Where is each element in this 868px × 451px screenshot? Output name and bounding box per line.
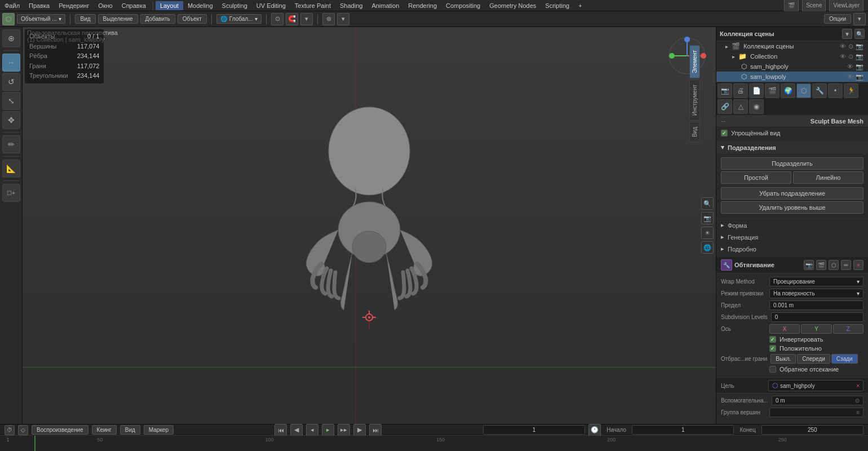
simple-btn[interactable]: Простой — [721, 171, 791, 184]
3d-viewport[interactable]: Пользовательская перспектива (1) Collect… — [23, 27, 716, 424]
shrinkwrap-edit-icon[interactable]: ✏ — [841, 260, 851, 270]
details-section-toggle[interactable]: ▸ Подробно — [716, 243, 868, 255]
subdivide-btn[interactable]: Подразделить — [721, 157, 863, 170]
vertex-group-toggle[interactable]: ≡ — [856, 409, 860, 415]
wrap-method-dropdown[interactable]: Проецирование ▾ — [769, 277, 863, 286]
vertex-group-field[interactable]: ≡ — [769, 408, 863, 417]
end-frame-field[interactable]: 250 — [761, 425, 863, 435]
workspace-sculpting[interactable]: Sculpting — [218, 1, 252, 10]
axis-x-btn[interactable]: X — [769, 324, 800, 334]
outliner-lowpoly[interactable]: ⬡ sam_lowpoly 👁 📷 — [716, 72, 868, 82]
menu-file[interactable]: Файл — [0, 1, 24, 10]
workspace-scripting[interactable]: Scripting — [541, 1, 574, 10]
timeline-editor-type[interactable]: ⏱ — [5, 425, 15, 435]
lowpoly-visibility[interactable]: 👁 — [847, 73, 853, 81]
outliner-scene-collection[interactable]: ▸ 🎬 Коллекция сцены 👁 ⊙ 📷 — [716, 41, 868, 51]
tool-scale[interactable]: ⤡ — [2, 92, 20, 110]
invert-checkbox[interactable]: ✓ — [769, 336, 776, 343]
transform-space[interactable]: 🌐 Глобал... ▾ — [216, 14, 262, 24]
current-frame-field[interactable]: 1 — [483, 425, 585, 435]
tool-add-cube[interactable]: ☐+ — [2, 184, 20, 202]
object-mode-dropdown[interactable]: Объектный ... ▾ — [17, 14, 65, 24]
outliner-search[interactable]: 🔍 — [854, 29, 865, 39]
workspace-modeling[interactable]: Modeling — [183, 1, 218, 10]
prop-tab-scene[interactable]: 🎬 — [765, 83, 780, 98]
tool-cursor[interactable]: ⊕ — [2, 29, 20, 47]
viewport-globe-icon[interactable]: 🌐 — [701, 241, 714, 254]
linear-btn[interactable]: Линейно — [793, 171, 863, 184]
shrinkwrap-render-icon[interactable]: 🎬 — [816, 260, 826, 270]
workspace-geometry-nodes[interactable]: Geometry Nodes — [485, 1, 541, 10]
marker-menu[interactable]: Маркер — [144, 425, 174, 435]
view-layer-selector[interactable]: ViewLayer — [829, 0, 863, 12]
viewport-light-icon[interactable]: ☀ — [701, 227, 714, 239]
select-menu[interactable]: Выделение — [98, 14, 138, 24]
viewport-zoom-icon[interactable]: 🔍 — [701, 197, 714, 210]
lowpoly-render[interactable]: 📷 — [856, 73, 863, 81]
outliner-filter[interactable]: ▼ — [842, 29, 852, 39]
prop-tab-view-layer[interactable]: 📄 — [749, 83, 764, 98]
shape-section-toggle[interactable]: ▸ Форма — [716, 219, 868, 231]
offset-toggle[interactable]: ⊙ — [855, 397, 860, 404]
options-arrow[interactable]: ▾ — [853, 13, 866, 25]
select-toggle[interactable]: ⊙ — [848, 43, 853, 50]
tool-rotate[interactable]: ↺ — [2, 73, 20, 91]
highpoly-render[interactable]: 📷 — [856, 63, 863, 70]
snap-settings[interactable]: ▾ — [300, 13, 313, 25]
jump-end-btn[interactable]: ⏭ — [369, 424, 382, 436]
positive-checkbox[interactable]: ✓ — [769, 345, 776, 352]
prop-tab-render[interactable]: 📷 — [718, 83, 732, 98]
visibility-toggle[interactable]: 👁 — [840, 43, 846, 50]
target-clear-btn[interactable]: × — [856, 383, 860, 389]
keying-menu[interactable]: Кеинг — [92, 425, 117, 435]
shrinkwrap-cam-icon[interactable]: 📷 — [804, 260, 814, 270]
prop-tab-particle[interactable]: • — [828, 83, 843, 98]
prop-tab-data[interactable]: △ — [733, 99, 748, 114]
workspace-texture-paint[interactable]: Texture Paint — [290, 1, 335, 10]
simplified-view-checkbox[interactable]: ✓ — [721, 130, 728, 136]
tool-move[interactable]: ↔ — [2, 54, 20, 72]
workspace-add[interactable]: + — [574, 1, 586, 10]
collection-render[interactable]: 📷 — [856, 53, 863, 60]
axis-y-btn[interactable]: Y — [801, 324, 831, 334]
cull-front-btn[interactable]: Спереди — [797, 354, 830, 364]
workspace-layout[interactable]: Layout — [156, 1, 183, 10]
viewport-camera-icon[interactable]: 📷 — [701, 212, 714, 224]
prop-tab-world[interactable]: 🌍 — [781, 83, 795, 98]
prop-tab-modifier[interactable]: 🔧 — [812, 83, 827, 98]
step-back-btn[interactable]: ◀ — [290, 424, 303, 436]
prop-tab-constraint[interactable]: 🔗 — [718, 99, 732, 114]
view-menu[interactable]: Вид — [75, 14, 95, 24]
workspace-rendering[interactable]: Rendering — [404, 1, 441, 10]
snap-toggle[interactable]: 🧲 — [286, 13, 298, 25]
prop-tab-physics[interactable]: 🏃 — [844, 83, 858, 98]
cull-back-btn[interactable]: Сзади — [831, 354, 858, 364]
menu-render[interactable]: Рендеринг — [54, 1, 94, 10]
proportional-edit[interactable]: ⊚ — [322, 13, 335, 25]
playback-menu[interactable]: Воспроизведение — [32, 425, 88, 435]
timeline-frame-bar[interactable]: 1 50 100 150 200 250 — [0, 436, 868, 451]
subdivisions-header[interactable]: ▾ Подразделения — [716, 141, 868, 154]
proportional-falloff[interactable]: ▾ — [337, 13, 349, 25]
remove-subdiv-btn[interactable]: Убрать подразделение — [721, 187, 863, 200]
render-toggle[interactable]: 📷 — [856, 43, 863, 50]
cull-off-btn[interactable]: Выкл. — [770, 354, 796, 364]
outliner-highpoly[interactable]: ⬡ sam_highpoly 👁 📷 — [716, 61, 868, 72]
menu-edit[interactable]: Правка — [24, 1, 54, 10]
play-reverse-btn[interactable]: ◂ — [306, 424, 318, 436]
pivot-point[interactable]: ⊙ — [271, 13, 284, 25]
menu-window[interactable]: Окно — [94, 1, 117, 10]
collection-select[interactable]: ⊙ — [848, 53, 853, 60]
options-btn[interactable]: Опции — [824, 14, 851, 24]
editor-type-icon[interactable]: ⬡ — [2, 13, 15, 25]
menu-help[interactable]: Справка — [117, 1, 150, 10]
target-field[interactable]: ⬡ sam_highpoly × — [768, 380, 863, 391]
generation-section-toggle[interactable]: ▸ Генерация — [716, 231, 868, 243]
workspace-shading[interactable]: Shading — [335, 1, 367, 10]
n-panel-tab-view[interactable]: Вид — [689, 122, 700, 142]
delete-higher-btn[interactable]: Удалить уровень выше — [721, 201, 863, 214]
play-btn[interactable]: ▸ — [322, 424, 334, 436]
subdiv-levels-field[interactable]: 0 — [771, 312, 863, 322]
timeline-expand[interactable]: ◇ — [18, 425, 28, 435]
axis-z-btn[interactable]: Z — [833, 324, 863, 334]
